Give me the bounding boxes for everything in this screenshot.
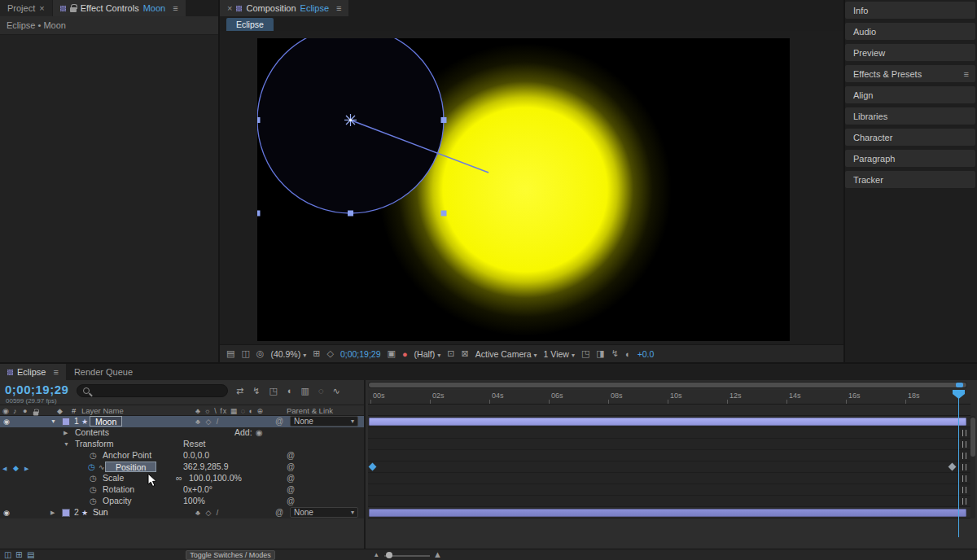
close-icon[interactable]: × bbox=[39, 3, 44, 13]
panel-menu-icon[interactable]: ≡ bbox=[964, 69, 969, 79]
property-row-position[interactable]: ◀ ◆ ▶ ◷ ∿ Position 362.9,285.9 @ bbox=[0, 462, 364, 473]
pick-whip-icon[interactable]: @ bbox=[287, 451, 295, 461]
stopwatch-icon-active[interactable]: ◷ bbox=[88, 462, 95, 472]
tab-render-queue[interactable]: Render Queue bbox=[67, 364, 140, 380]
twirl-closed-icon[interactable]: ▶ bbox=[50, 508, 55, 518]
region-of-interest-icon[interactable]: ⊡ bbox=[447, 348, 454, 359]
moon-layer-selection-overlay[interactable] bbox=[257, 38, 790, 341]
panel-menu-icon[interactable]: ≡ bbox=[173, 3, 177, 13]
zoom-out-icon[interactable]: ▴ bbox=[375, 550, 379, 558]
eye-icon[interactable]: ◉ bbox=[3, 417, 10, 427]
zoom-in-icon[interactable]: ▲ bbox=[433, 549, 442, 559]
track-row-sun[interactable] bbox=[368, 507, 970, 518]
twirl-closed-icon[interactable]: ▶ bbox=[64, 428, 68, 438]
track-row-transform[interactable] bbox=[368, 439, 970, 450]
layer-switches[interactable]: ♣ ◇ / bbox=[195, 508, 220, 518]
time-navigator-thumb[interactable] bbox=[369, 383, 966, 387]
anchor-point-value[interactable]: 0.0,0.0 bbox=[183, 450, 209, 461]
hide-shy-layers-icon[interactable]: ◖ bbox=[287, 386, 292, 396]
track-row-position[interactable] bbox=[368, 462, 970, 473]
screen-mode-icon[interactable]: ▤ bbox=[226, 348, 234, 359]
frame-blending-icon[interactable]: ▥ bbox=[301, 386, 309, 396]
property-row-anchor-point[interactable]: ◷ Anchor Point 0.0,0.0 @ bbox=[0, 450, 364, 462]
expression-graph-icon[interactable]: ∿ bbox=[99, 462, 105, 472]
graph-editor-icon[interactable]: ∿ bbox=[332, 386, 340, 396]
time-navigator[interactable] bbox=[368, 382, 967, 388]
track-row-scale[interactable] bbox=[368, 473, 970, 484]
property-row-opacity[interactable]: ◷ Opacity 100% @ bbox=[0, 496, 364, 507]
panel-menu-icon[interactable]: ≡ bbox=[53, 367, 58, 377]
layer-name-sun[interactable]: Sun bbox=[93, 507, 108, 518]
parent-dropdown-sun[interactable]: None ▾ bbox=[290, 507, 358, 518]
magnification-target-icon[interactable]: ◎ bbox=[256, 348, 265, 359]
snapshot-icon[interactable]: ▣ bbox=[388, 348, 396, 359]
pick-whip-icon[interactable]: @ bbox=[287, 474, 295, 483]
anchor-point-label[interactable]: Anchor Point bbox=[103, 450, 151, 461]
pick-whip-icon[interactable]: @ bbox=[275, 508, 283, 518]
twirl-open-icon[interactable]: ▼ bbox=[50, 417, 56, 427]
eye-icon[interactable]: ◉ bbox=[3, 508, 10, 518]
stopwatch-icon[interactable]: ◷ bbox=[90, 451, 97, 461]
composition-viewport[interactable] bbox=[220, 31, 843, 344]
opacity-value[interactable]: 100% bbox=[183, 496, 205, 506]
position-value[interactable]: 362.9,285.9 bbox=[183, 462, 228, 472]
time-ruler[interactable]: 00s 02s 04s 06s 08s 10s 12s 14s 16s 18s bbox=[368, 390, 970, 405]
camera-dropdown[interactable]: Active Camera▾ bbox=[475, 349, 537, 359]
track-row-anchor-point[interactable] bbox=[368, 450, 970, 462]
resolution-dropdown[interactable]: (Half)▾ bbox=[414, 349, 441, 359]
panel-menu-icon[interactable]: ≡ bbox=[336, 3, 341, 13]
3d-view-icon[interactable]: ◳ bbox=[581, 348, 589, 359]
comp-flowchart-icon[interactable]: ⇄ bbox=[236, 386, 243, 396]
sun-layer-bar[interactable] bbox=[369, 509, 966, 517]
layer-row-moon[interactable]: ◉ ▼ 1 ★ Moon ♣ ◇ / @ None ▾ bbox=[0, 416, 364, 427]
tab-composition[interactable]: × Composition Eclipse ≡ bbox=[220, 0, 348, 16]
keyframe-diamond-start[interactable] bbox=[369, 463, 377, 471]
transform-label[interactable]: Transform bbox=[75, 439, 113, 449]
constrain-link-icon[interactable]: ∞ bbox=[176, 473, 182, 483]
track-row-moon[interactable] bbox=[368, 416, 970, 427]
panel-character[interactable]: Character bbox=[845, 129, 975, 146]
scale-label[interactable]: Scale bbox=[103, 473, 124, 483]
lock-icon[interactable] bbox=[70, 7, 77, 12]
layer-switches[interactable]: ♣ ◇ / bbox=[195, 417, 220, 427]
layer-row-sun[interactable]: ◉ ▶ 2 ★ Sun ♣ ◇ / @ None ▾ bbox=[0, 507, 364, 518]
timeline-zoom-handle[interactable] bbox=[386, 552, 392, 558]
draft-3d-icon[interactable]: ◳ bbox=[269, 386, 277, 396]
pick-whip-icon[interactable]: @ bbox=[287, 485, 295, 495]
always-preview-icon[interactable]: ◫ bbox=[241, 348, 249, 359]
property-row-rotation[interactable]: ◷ Rotation 0x+0.0° @ bbox=[0, 484, 364, 496]
parent-dropdown-moon[interactable]: None ▾ bbox=[290, 416, 358, 427]
rotation-label[interactable]: Rotation bbox=[103, 484, 134, 495]
expand-in-out-pane-icon[interactable]: ◫ bbox=[4, 550, 11, 559]
keyframe-add-icon[interactable]: ◆ bbox=[13, 463, 19, 473]
view-layout-dropdown[interactable]: 1 View▾ bbox=[544, 349, 575, 359]
pick-whip-icon[interactable]: @ bbox=[287, 497, 295, 506]
viewer-tab-eclipse[interactable]: Eclipse bbox=[226, 18, 274, 31]
panel-audio[interactable]: Audio bbox=[845, 23, 975, 40]
opacity-label[interactable]: Opacity bbox=[103, 496, 132, 506]
panel-align[interactable]: Align bbox=[845, 86, 975, 103]
track-row-rotation[interactable] bbox=[368, 484, 970, 496]
group-row-transform[interactable]: ▼ Transform Reset bbox=[0, 439, 364, 450]
timeline-vertical-scrollbar[interactable] bbox=[970, 416, 975, 518]
panel-effects-presets[interactable]: Effects & Presets ≡ bbox=[845, 65, 975, 82]
track-row-contents[interactable] bbox=[368, 427, 970, 439]
mask-visibility-icon[interactable]: ◇ bbox=[326, 348, 333, 359]
contents-label[interactable]: Contents bbox=[75, 427, 109, 438]
exposure-value[interactable]: +0.0 bbox=[637, 349, 655, 359]
expand-render-pane-icon[interactable]: ⊞ bbox=[15, 550, 22, 559]
panel-preview[interactable]: Preview bbox=[845, 44, 975, 61]
zoom-dropdown[interactable]: (40.9%)▾ bbox=[270, 349, 306, 359]
tab-project[interactable]: Project × bbox=[0, 0, 52, 16]
tab-effect-controls[interactable]: Effect Controls Moon ≡ bbox=[53, 0, 186, 16]
layer-color-swatch[interactable] bbox=[62, 509, 70, 517]
pick-whip-icon[interactable]: @ bbox=[275, 417, 283, 427]
track-row-opacity[interactable] bbox=[368, 496, 970, 507]
layer-name-moon[interactable]: Moon bbox=[90, 416, 122, 427]
moon-layer-bar[interactable] bbox=[369, 418, 966, 426]
panel-libraries[interactable]: Libraries bbox=[845, 107, 975, 125]
timeline-search[interactable] bbox=[77, 384, 228, 397]
layer-color-swatch[interactable] bbox=[62, 418, 70, 426]
scrollbar-thumb[interactable] bbox=[970, 418, 975, 457]
motion-blur-icon[interactable]: ◌ bbox=[318, 386, 324, 396]
